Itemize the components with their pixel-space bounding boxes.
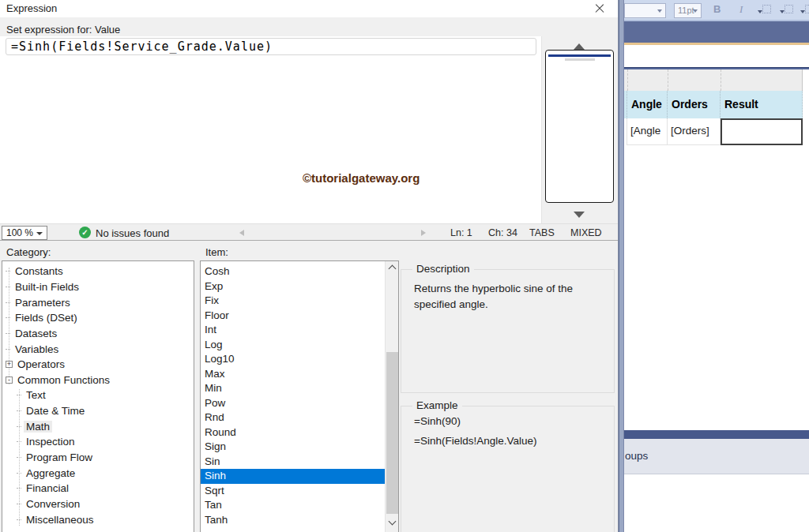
tree-connector [17,410,21,411]
tree-connector [17,395,21,395]
column-indicator: Ch: 34 [488,227,517,238]
screen: 11pt B I AngleOrdersResult [Angle[Orders… [0,0,809,532]
category-label: Inspection [24,436,77,448]
item-tan[interactable]: Tan [201,498,385,513]
description-header: Description [412,263,474,275]
category-item-datasets[interactable]: Datasets [2,326,194,342]
editor-side-panel [542,36,617,223]
expression-dialog: Expression Set expression for: Value =Si… [0,0,619,532]
description-text: Returns the hyperbolic sine of the speci… [414,281,608,313]
divider [668,69,668,91]
category-label: Fields (DSet) [13,312,80,324]
category-item-conversion[interactable]: Conversion [2,496,194,512]
table-cell[interactable]: [Angle [627,118,668,145]
set-expression-label: Set expression for: Value [6,24,120,36]
item-round[interactable]: Round [201,425,385,440]
item-log[interactable]: Log [201,338,385,353]
zoom-combo[interactable]: 100 % [2,226,47,240]
issues-status: No issues found [96,227,169,239]
table-cell[interactable]: [Orders] [668,118,721,145]
mixed-indicator: MIXED [570,227,602,238]
scroll-right-icon[interactable] [421,230,426,236]
tree-connector [17,488,21,489]
item-log10[interactable]: Log10 [201,352,385,367]
close-icon[interactable] [593,2,607,16]
category-pane-label: Category: [6,246,51,258]
table-header-orders: Orders [668,91,721,118]
scroll-down-icon[interactable] [389,518,397,526]
category-item-program-flow[interactable]: Program Flow [2,450,194,466]
item-min[interactable]: Min [201,381,385,396]
font-name-combo[interactable] [624,3,666,18]
item-cosh[interactable]: Cosh [201,264,385,279]
item-exp[interactable]: Exp [201,279,385,294]
panel-header-bar [624,430,809,439]
item-max[interactable]: Max [201,367,385,382]
scroll-up-icon[interactable] [389,265,397,273]
example-group: Example =Sinh(90) =Sinh(Fields!Angle.Val… [401,406,615,532]
selected-cell[interactable] [721,118,803,145]
category-item-variables[interactable]: Variables [2,341,194,357]
category-item-aggregate[interactable]: Aggregate [2,465,194,481]
item-sinh[interactable]: Sinh [201,469,385,484]
category-label: Built-in Fields [13,281,81,293]
category-item-math[interactable]: Math [2,418,194,434]
border-style-icon[interactable] [785,5,793,13]
collapse-icon[interactable]: - [6,377,13,384]
item-rnd[interactable]: Rnd [201,410,385,425]
category-item-constants[interactable]: Constants [2,264,194,279]
category-label: Common Functions [15,374,112,386]
watermark: ©tutorialgateway.org [303,171,420,185]
item-pow[interactable]: Pow [201,396,385,411]
expand-icon[interactable]: + [6,361,13,368]
category-item-inspection[interactable]: Inspection [2,434,194,450]
item-listbox: CoshExpFixFloorIntLogLog10MaxMinPowRndRo… [200,260,399,532]
category-item-miscellaneous[interactable]: Miscellaneous [2,511,194,527]
category-item-text[interactable]: Text [2,388,194,403]
category-label: Parameters [13,297,73,309]
category-item-financial[interactable]: Financial [2,481,194,496]
tabs-indicator: TABS [529,227,555,238]
item-pane-label: Item: [205,246,228,258]
font-size-combo[interactable]: 11pt [674,3,702,18]
row-groups-label: oups [625,450,648,462]
chevron-down-icon [693,9,698,13]
category-item-operators[interactable]: +Operators [2,357,194,373]
category-item-common-functions[interactable]: -Common Functions [2,372,194,388]
description-group: Description Returns the hyperbolic sine … [401,269,615,393]
line-indicator: Ln: 1 [450,227,472,238]
bold-button[interactable]: B [713,3,721,15]
row-groups-panel: oups [624,439,809,474]
category-item-date-time[interactable]: Date & Time [2,403,194,419]
tree-connector [17,457,21,458]
scroll-down-icon[interactable] [574,212,585,218]
item-sqrt[interactable]: Sqrt [201,484,385,499]
window-edge-strip [619,0,624,532]
scroll-left-icon[interactable] [239,230,244,236]
item-fix[interactable]: Fix [201,294,385,309]
editor-statusbar: 100 % ✓ No issues found Ln: 1 Ch: 34 TAB… [0,223,618,241]
scrollbar-thumb[interactable] [386,352,398,514]
item-tanh[interactable]: Tanh [201,513,385,528]
category-item-fields-dset[interactable]: Fields (DSet) [2,310,194,326]
border-style-icon[interactable] [762,5,771,13]
item-sin[interactable]: Sin [201,455,385,470]
category-label: Math [24,421,52,433]
divider [627,69,628,91]
table-column-handles[interactable] [624,69,803,91]
item-floor[interactable]: Floor [201,309,385,324]
border-style-icon[interactable] [805,5,809,13]
table-data-row: [Angle[Orders] [624,118,803,145]
italic-button[interactable]: I [739,3,743,16]
expression-input[interactable]: =Sinh(Fields!Service_Grade.Value) [6,38,536,55]
scroll-up-icon[interactable] [574,43,585,50]
dialog-title: Expression [6,2,57,14]
category-item-built-in-fields[interactable]: Built-in Fields [2,279,194,295]
category-label: Miscellaneous [24,514,96,526]
scrollbar[interactable] [385,261,398,532]
item-int[interactable]: Int [201,323,385,338]
category-item-parameters[interactable]: Parameters [2,294,194,310]
item-sign[interactable]: Sign [201,440,385,455]
expression-editor[interactable]: =Sinh(Fields!Service_Grade.Value) ©tutor… [0,36,542,223]
category-label: Text [24,389,48,401]
